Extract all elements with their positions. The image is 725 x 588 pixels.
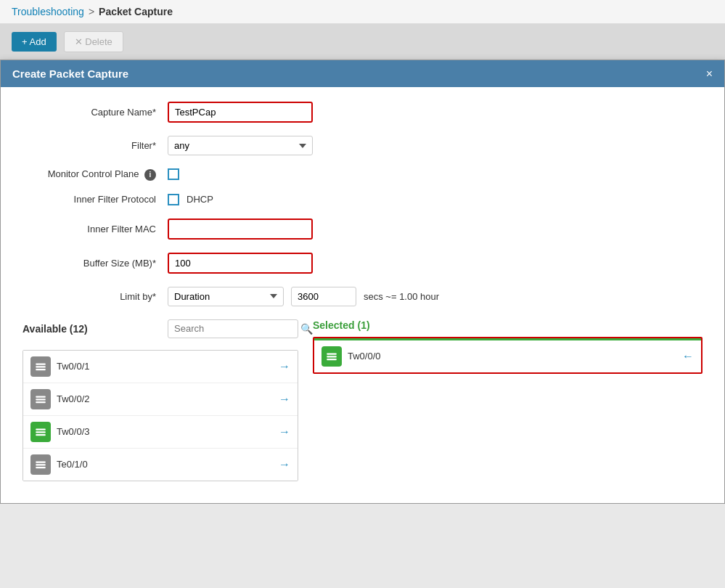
arrow-left-icon: ←	[682, 350, 694, 363]
limit-by-control: Duration Size secs ~= 1.00 hour	[168, 287, 703, 306]
iface-icon	[30, 454, 51, 475]
iface-name: Tw0/0/1	[57, 361, 90, 372]
svg-point-21	[37, 461, 38, 462]
available-title: Available (12)	[22, 323, 88, 335]
limit-row: Duration Size secs ~= 1.00 hour	[168, 287, 703, 306]
search-input[interactable]	[174, 323, 296, 334]
filter-select[interactable]: any custom	[168, 136, 313, 155]
filter-label: Filter*	[22, 140, 168, 151]
arrow-right-icon: →	[279, 393, 290, 406]
iface-left: Tw0/0/2	[30, 389, 90, 409]
breadcrumb-current: Packet Capture	[99, 6, 173, 17]
svg-point-9	[37, 396, 38, 397]
duration-hint: secs ~= 1.00 hour	[364, 291, 439, 302]
inner-filter-protocol-control: DHCP	[168, 194, 703, 205]
list-item[interactable]: Te0/1/0 →	[23, 449, 298, 481]
capture-name-input[interactable]	[168, 102, 313, 123]
inner-filter-mac-row: Inner Filter MAC	[22, 219, 703, 240]
list-item[interactable]: Tw0/0/2 →	[23, 383, 298, 416]
iface-name: Tw0/0/3	[57, 426, 90, 437]
duration-input[interactable]	[291, 287, 356, 306]
delete-button[interactable]: ✕ Delete	[64, 31, 123, 52]
iface-name: Te0/1/0	[57, 459, 88, 470]
svg-point-23	[37, 467, 38, 468]
inner-filter-protocol-label: Inner Filter Protocol	[22, 194, 168, 205]
modal-close-button[interactable]: ×	[706, 68, 713, 80]
capture-name-control	[168, 102, 703, 123]
buffer-size-label: Buffer Size (MB)*	[22, 258, 168, 269]
svg-point-22	[37, 464, 38, 465]
create-packet-capture-modal: Create Packet Capture × Capture Name* Fi…	[0, 60, 725, 504]
top-bar: Troubleshooting > Packet Capture	[0, 0, 725, 24]
add-button[interactable]: + Add	[12, 32, 57, 52]
modal-title: Create Packet Capture	[12, 68, 128, 80]
arrow-right-icon: →	[279, 425, 290, 438]
iface-name: Tw0/0/2	[57, 393, 90, 404]
svg-point-15	[37, 428, 38, 430]
svg-point-10	[37, 399, 38, 400]
iface-name: Tw0/0/0	[348, 351, 381, 362]
inner-filter-protocol-row: Inner Filter Protocol DHCP	[22, 194, 703, 205]
filter-row: Filter* any custom	[22, 136, 703, 155]
list-item[interactable]: Tw0/0/1 →	[23, 351, 298, 383]
svg-point-11	[37, 401, 38, 403]
buffer-size-row: Buffer Size (MB)*	[22, 253, 703, 274]
limit-by-select[interactable]: Duration Size	[168, 287, 284, 306]
iface-left: Tw0/0/1	[30, 356, 90, 377]
iface-icon	[321, 346, 342, 367]
arrow-right-icon: →	[279, 360, 290, 373]
modal-header: Create Packet Capture ×	[1, 60, 724, 87]
svg-point-17	[37, 434, 38, 436]
limit-by-label: Limit by*	[22, 291, 168, 302]
inner-filter-mac-input[interactable]	[168, 219, 313, 240]
breadcrumb-separator: >	[89, 6, 94, 17]
selected-title: Selected (1)	[313, 319, 703, 331]
buffer-size-input[interactable]	[168, 253, 313, 274]
inner-filter-mac-label: Inner Filter MAC	[22, 224, 168, 234]
two-pane: Available (12) 🔍	[22, 319, 703, 489]
svg-point-16	[37, 431, 38, 433]
buffer-size-control	[168, 253, 703, 274]
monitor-control-checkbox[interactable]	[168, 168, 179, 180]
modal-body: Capture Name* Filter* any custom Monitor…	[1, 87, 724, 503]
svg-point-5	[37, 369, 38, 370]
dhcp-label: DHCP	[187, 194, 213, 205]
inner-filter-mac-control	[168, 219, 703, 240]
iface-icon	[30, 389, 51, 409]
available-list: Tw0/0/1 → Tw0/0/2 →	[22, 350, 298, 481]
list-item[interactable]: Tw0/0/0 ←	[314, 338, 701, 372]
filter-control: any custom	[168, 136, 703, 155]
iface-left: Te0/1/0	[30, 454, 88, 475]
list-item[interactable]: Tw0/0/3 →	[23, 416, 298, 449]
search-box: 🔍	[168, 319, 298, 338]
selected-list: Tw0/0/0 ←	[313, 337, 703, 374]
dhcp-checkbox[interactable]	[168, 194, 179, 205]
limit-by-row: Limit by* Duration Size secs ~= 1.00 hou…	[22, 287, 703, 306]
breadcrumb-link[interactable]: Troubleshooting	[12, 6, 84, 17]
arrow-right-icon: →	[279, 458, 290, 471]
svg-point-4	[37, 366, 38, 367]
toolbar: + Add ✕ Delete	[0, 24, 725, 60]
available-pane: Available (12) 🔍	[22, 319, 306, 481]
monitor-control-row: Monitor Control Plane i	[22, 168, 703, 181]
capture-name-label: Capture Name*	[22, 107, 168, 118]
selected-pane: Selected (1) Tw0/0/0 ←	[306, 319, 703, 481]
iface-left: Tw0/0/3	[30, 422, 90, 442]
iface-icon	[30, 422, 51, 442]
svg-point-27	[328, 353, 329, 354]
iface-icon	[30, 356, 51, 377]
svg-point-28	[328, 356, 329, 357]
svg-point-3	[37, 363, 38, 364]
dhcp-checkbox-wrap: DHCP	[168, 194, 703, 205]
iface-left: Tw0/0/0	[321, 346, 381, 367]
capture-name-row: Capture Name*	[22, 102, 703, 123]
monitor-control-label: Monitor Control Plane i	[22, 168, 168, 181]
info-icon: i	[144, 169, 156, 181]
svg-point-29	[328, 359, 329, 360]
monitor-control-wrap	[168, 168, 703, 180]
monitor-control-checkbox-wrap	[168, 168, 703, 180]
